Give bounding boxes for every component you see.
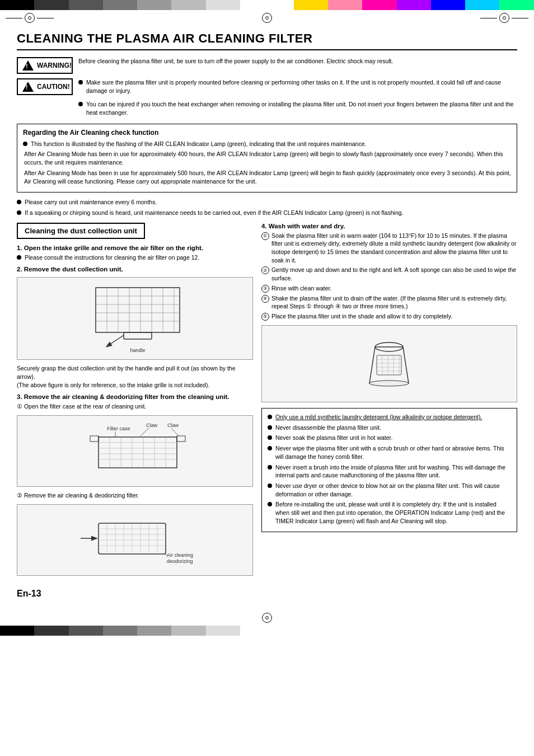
bullet-icon [78, 80, 83, 84]
step-4-diagram [261, 325, 517, 402]
step-4-text-1: Soak the plasma filter unit in warm wate… [271, 232, 517, 265]
warning-text: Before cleaning the plasma filter unit, … [78, 57, 517, 65]
reg-line [512, 18, 528, 18]
filter-case-svg: Filter case Claw Claw [76, 420, 194, 482]
svg-point-53 [369, 381, 409, 386]
notice-item-7: Before re-installing the unit, please wa… [268, 500, 511, 525]
top-color-bars [0, 0, 534, 10]
air-cleaning-bullet: This function is illustrated by the flas… [23, 140, 511, 148]
warning-label: WARNING! [37, 62, 72, 69]
num-5: ⑤ [261, 313, 269, 321]
svg-text:Claw: Claw [167, 422, 179, 428]
dust-unit-svg: handle [79, 282, 191, 355]
notice-text-2: Never disassemble the plasma filter unit… [275, 424, 381, 432]
step-4-item-4: ④ Shake the plasma filter unit to drain … [261, 294, 517, 311]
maintenance-bullet-2: If a squeaking or chirping sound is hear… [17, 209, 517, 217]
notice-item-5: Never insert a brush into the inside of … [268, 463, 511, 480]
page-number: En-13 [17, 589, 517, 599]
air-cleaning-para2: After Air Cleaning Mode has been in use … [24, 169, 511, 185]
num-4: ④ [261, 295, 269, 303]
main-layout: Cleaning the dust collection unit 1. Ope… [17, 223, 517, 580]
reg-line [480, 18, 497, 18]
step-4-item-2: ② Gently move up and down and to the rig… [261, 266, 517, 282]
maintenance-bullet-1: Please carry out unit maintenance every … [17, 198, 517, 206]
step-3-diagram-2: Air cleaning & deodorizing filter [17, 504, 253, 576]
reg-line [37, 18, 54, 18]
caution-item-1: Make sure the plasma filter unit is prop… [78, 78, 517, 95]
num-3: ③ [261, 285, 269, 293]
notice-text-4: Never wipe the plasma filter unit with a… [275, 444, 511, 461]
left-column: Cleaning the dust collection unit 1. Ope… [17, 223, 253, 580]
bottom-notice-box: Only use a mild synthetic laundry deterg… [261, 408, 517, 532]
step-4-text-2: Gently move up and down and to the right… [271, 266, 517, 282]
bottom-color-bars [0, 626, 534, 636]
notice-text-1: Only use a mild synthetic laundry deterg… [275, 413, 482, 421]
step-2: 2. Remove the dust collection unit. [17, 266, 253, 389]
air-cleaning-para1: After Air Cleaning Mode has been in use … [24, 150, 511, 166]
svg-rect-27 [90, 436, 99, 442]
bullet-icon [268, 435, 272, 440]
svg-text:Air cleaning &: Air cleaning & [167, 552, 194, 558]
svg-text:Filter case: Filter case [107, 426, 130, 431]
air-cleaning-bullet-text: This function is illustrated by the flas… [31, 140, 366, 148]
caution-icon [22, 82, 34, 92]
step-1-bullet: Please consult the instructions for clea… [17, 253, 253, 262]
bullet-icon [17, 200, 21, 204]
bullet-icon [23, 142, 27, 146]
bullet-icon [268, 425, 272, 430]
reg-circle-right [499, 13, 509, 23]
reg-circle-center [262, 13, 272, 23]
step-3-sub1: ① Open the filter case at the rear of cl… [17, 402, 253, 411]
caution-item-2: You can be injured if you touch the heat… [78, 100, 517, 116]
bullet-icon [268, 415, 272, 419]
svg-rect-0 [96, 288, 180, 332]
step-2-body: Securely grasp the dust collection unit … [17, 364, 253, 389]
reg-marks-top [0, 10, 534, 26]
warning-section: WARNING! Before cleaning the plasma filt… [17, 57, 517, 74]
svg-rect-12 [124, 332, 152, 339]
bar-left [0, 0, 240, 10]
svg-rect-28 [177, 436, 185, 442]
step-4-item-5: ⑤ Place the plasma filter unit in the sh… [261, 312, 517, 321]
bullet-icon [268, 483, 272, 488]
svg-text:handle: handle [130, 348, 145, 353]
notice-text-6: Never use dryer or other device to blow … [275, 482, 511, 498]
caution-notices: Make sure the plasma filter unit is prop… [78, 78, 517, 119]
warning-icon [22, 60, 34, 71]
notice-item-1: Only use a mild synthetic laundry deterg… [268, 413, 511, 421]
notice-item-3: Never soak the plasma filter unit in hot… [268, 434, 511, 442]
reg-line [6, 18, 22, 18]
air-cleaning-title: Regarding the Air Cleaning check functio… [23, 129, 511, 137]
maintenance-text-1: Please carry out unit maintenance every … [25, 198, 157, 206]
air-filter-svg: Air cleaning & deodorizing filter [76, 509, 194, 571]
right-column: 4. Wash with water and dry. ① Soak the p… [261, 223, 517, 580]
bullet-icon [268, 446, 272, 450]
step-3-sub1-text: ① Open the filter case at the rear of cl… [17, 402, 146, 411]
bar-right [294, 0, 534, 10]
bullet-icon [17, 210, 21, 215]
caution-section: CAUTION! Make sure the plasma filter uni… [17, 78, 517, 119]
reg-marks-bottom [0, 610, 534, 626]
step-4-title: 4. Wash with water and dry. [261, 223, 517, 229]
reg-circle-bottom [262, 613, 272, 623]
svg-rect-16 [99, 437, 177, 468]
caution-label: CAUTION! [37, 83, 70, 91]
svg-line-13 [107, 335, 124, 346]
step-4: 4. Wash with water and dry. ① Soak the p… [261, 223, 517, 403]
step-4-list: ① Soak the plasma filter unit in warm wa… [261, 232, 517, 321]
caution-text-1: Make sure the plasma filter unit is prop… [86, 78, 517, 95]
notice-item-6: Never use dryer or other device to blow … [268, 482, 511, 498]
step-3-diagram-1: Filter case Claw Claw [17, 415, 253, 487]
notice-text-5: Never insert a brush into the inside of … [275, 463, 511, 480]
notice-item-4: Never wipe the plasma filter unit with a… [268, 444, 511, 461]
step-4-text-3: Rinse with clean water. [271, 284, 331, 293]
bullet-icon [268, 465, 272, 469]
step-2-diagram: handle [17, 277, 253, 360]
bullet-icon [78, 102, 83, 106]
caution-box: CAUTION! [17, 78, 73, 95]
page-title: CLEANING THE PLASMA AIR CLEANING FILTER [17, 31, 517, 50]
step-3-sub2: ② Remove the air cleaning & deodorizing … [17, 491, 253, 500]
notice-text-7: Before re-installing the unit, please wa… [275, 500, 511, 525]
step-2-title: 2. Remove the dust collection unit. [17, 266, 253, 273]
step-4-text-5: Place the plasma filter unit in the shad… [271, 312, 452, 321]
